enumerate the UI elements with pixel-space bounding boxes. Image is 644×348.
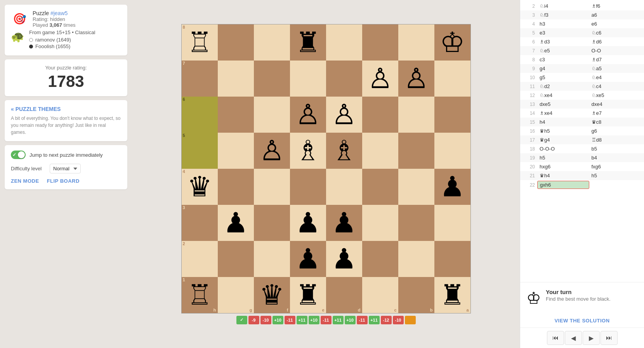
bar-btn-9[interactable]: +10 bbox=[345, 316, 356, 324]
move-black[interactable]: ♗f6 bbox=[589, 2, 641, 10]
move-white[interactable]: ♛h5 bbox=[537, 127, 589, 135]
move-black[interactable]: b4 bbox=[589, 154, 641, 161]
move-white[interactable]: h5 bbox=[537, 154, 589, 161]
square-d1[interactable]: d bbox=[326, 277, 362, 313]
move-black[interactable]: O-O bbox=[589, 47, 641, 54]
move-black[interactable]: a6 bbox=[589, 11, 641, 19]
move-black[interactable]: h5 bbox=[589, 172, 641, 179]
square-h8[interactable]: 8♖ bbox=[182, 24, 218, 61]
square-g3[interactable]: ♟ bbox=[218, 205, 254, 241]
square-d7[interactable] bbox=[326, 61, 362, 97]
square-f8[interactable] bbox=[254, 24, 290, 61]
square-b2[interactable] bbox=[398, 241, 434, 277]
move-black[interactable]: dxe4 bbox=[589, 100, 641, 108]
bar-btn-0[interactable]: ✓ bbox=[236, 316, 247, 324]
bar-btn-6[interactable]: +10 bbox=[309, 316, 319, 324]
bar-btn-13[interactable]: -10 bbox=[393, 316, 404, 324]
bar-btn-3[interactable]: +10 bbox=[273, 316, 283, 324]
bar-btn-5[interactable]: +11 bbox=[297, 316, 307, 324]
difficulty-select[interactable]: Easiest Easier Normal Harder Hardest bbox=[50, 164, 81, 173]
square-a3[interactable] bbox=[434, 205, 470, 241]
square-g8[interactable] bbox=[218, 24, 254, 61]
move-white[interactable]: g5 bbox=[537, 74, 589, 81]
puzzle-link[interactable]: #jeaw5 bbox=[50, 10, 68, 16]
square-c4[interactable] bbox=[362, 169, 398, 205]
square-b3[interactable] bbox=[398, 205, 434, 241]
nav-prev-button[interactable]: ◀ bbox=[565, 331, 582, 345]
bar-btn-11[interactable]: +11 bbox=[369, 316, 380, 324]
move-white[interactable]: ♛h4 bbox=[537, 172, 589, 179]
square-f2[interactable] bbox=[254, 241, 290, 277]
square-c2[interactable] bbox=[362, 241, 398, 277]
move-white[interactable]: g4 bbox=[537, 65, 589, 72]
square-d6[interactable]: ♙ bbox=[326, 97, 362, 133]
move-black[interactable]: b5 bbox=[589, 145, 641, 152]
move-black[interactable]: fxg6 bbox=[589, 163, 641, 170]
move-black[interactable]: ♘e4 bbox=[589, 74, 641, 81]
square-b4[interactable] bbox=[398, 169, 434, 205]
square-a6[interactable] bbox=[434, 97, 470, 133]
view-solution-button[interactable]: VIEW THE SOLUTION bbox=[520, 314, 644, 327]
square-h3[interactable]: 3 bbox=[182, 205, 218, 241]
square-f6[interactable] bbox=[254, 97, 290, 133]
bar-btn-4[interactable]: -11 bbox=[285, 316, 295, 324]
square-h7[interactable]: 7 bbox=[182, 61, 218, 97]
chess-board[interactable]: 8♖♜♔7♙♙6♙♙5♙♗♗4♛♟3♟♟♟2♟♟1h♖gf♛e♜dcba♜ bbox=[181, 24, 471, 313]
square-h6[interactable]: 6 bbox=[182, 97, 218, 133]
square-d2[interactable]: ♟ bbox=[326, 241, 362, 277]
jump-toggle[interactable]: ✓ bbox=[11, 151, 26, 159]
square-h5[interactable]: 5 bbox=[182, 133, 218, 169]
move-black[interactable]: ♘a5 bbox=[589, 65, 641, 72]
square-g5[interactable] bbox=[218, 133, 254, 169]
square-g6[interactable] bbox=[218, 97, 254, 133]
move-black[interactable]: ♗e7 bbox=[589, 109, 641, 117]
themes-link[interactable]: « PUZZLE THEMES bbox=[11, 106, 61, 112]
square-e7[interactable] bbox=[290, 61, 326, 97]
bar-btn-7[interactable]: -11 bbox=[321, 316, 332, 324]
move-black[interactable]: e6 bbox=[589, 20, 641, 28]
square-g2[interactable] bbox=[218, 241, 254, 277]
bar-btn-1[interactable]: -9 bbox=[248, 316, 259, 324]
square-c7[interactable]: ♙ bbox=[362, 61, 398, 97]
square-d8[interactable] bbox=[326, 24, 362, 61]
square-b5[interactable] bbox=[398, 133, 434, 169]
square-g4[interactable] bbox=[218, 169, 254, 205]
move-white[interactable]: dxe5 bbox=[537, 100, 589, 108]
square-e5[interactable]: ♗ bbox=[290, 133, 326, 169]
nav-next-button[interactable]: ▶ bbox=[583, 331, 600, 345]
square-f7[interactable] bbox=[254, 61, 290, 97]
square-c5[interactable] bbox=[362, 133, 398, 169]
move-white[interactable]: gxh6 bbox=[537, 181, 589, 189]
square-a8[interactable]: ♔ bbox=[434, 24, 470, 61]
move-white[interactable]: ♘i4 bbox=[537, 2, 589, 10]
move-black[interactable]: ♘c6 bbox=[589, 29, 641, 36]
square-d5[interactable]: ♗ bbox=[326, 133, 362, 169]
move-white[interactable]: ♘d2 bbox=[537, 83, 589, 90]
square-e4[interactable] bbox=[290, 169, 326, 205]
square-c6[interactable] bbox=[362, 97, 398, 133]
square-a5[interactable] bbox=[434, 133, 470, 169]
square-b8[interactable] bbox=[398, 24, 434, 61]
move-white[interactable]: ♗d3 bbox=[537, 38, 589, 45]
move-black[interactable]: ♛c8 bbox=[589, 118, 641, 126]
square-e8[interactable]: ♜ bbox=[290, 24, 326, 61]
square-f3[interactable] bbox=[254, 205, 290, 241]
move-white[interactable]: h4 bbox=[537, 118, 589, 126]
flip-board-button[interactable]: FLIP BOARD bbox=[47, 178, 80, 184]
bar-btn-10[interactable]: -11 bbox=[357, 316, 368, 324]
square-d4[interactable] bbox=[326, 169, 362, 205]
square-f4[interactable] bbox=[254, 169, 290, 205]
square-f1[interactable]: f♛ bbox=[254, 277, 290, 313]
bar-btn-12[interactable]: -12 bbox=[381, 316, 392, 324]
move-black[interactable]: ♗d6 bbox=[589, 38, 641, 45]
square-e6[interactable]: ♙ bbox=[290, 97, 326, 133]
bar-btn-2[interactable]: -10 bbox=[260, 316, 271, 324]
square-h4[interactable]: 4♛ bbox=[182, 169, 218, 205]
move-white[interactable]: ♛g4 bbox=[537, 136, 589, 144]
move-white[interactable]: e3 bbox=[537, 29, 589, 36]
move-white[interactable]: O-O-O bbox=[537, 145, 589, 152]
move-white[interactable]: h3 bbox=[537, 20, 589, 28]
move-black[interactable]: ♖d8 bbox=[589, 136, 641, 144]
move-white[interactable]: c3 bbox=[537, 56, 589, 63]
square-b7[interactable]: ♙ bbox=[398, 61, 434, 97]
